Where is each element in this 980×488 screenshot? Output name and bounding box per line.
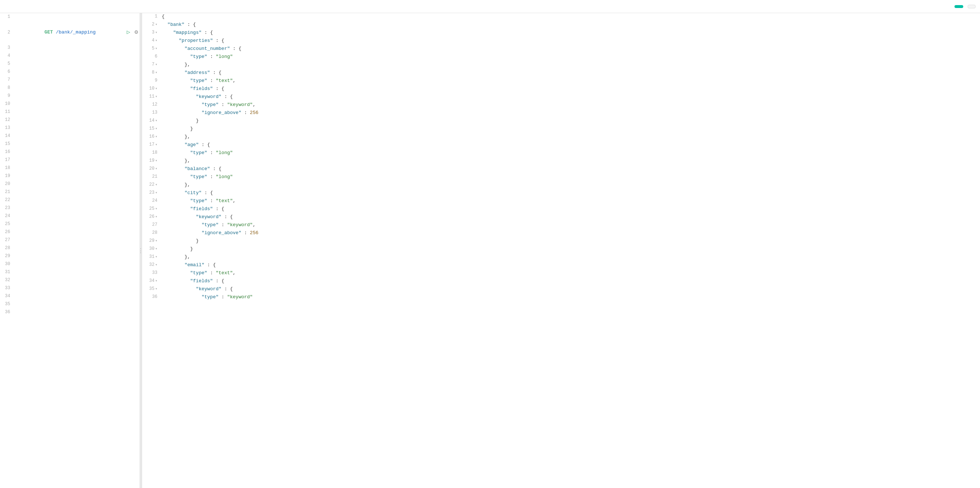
run-button[interactable]: ▷ — [125, 29, 132, 36]
fold-arrow-icon[interactable]: ▾ — [155, 94, 158, 100]
editor-line-12: 12 — [0, 116, 142, 124]
fold-arrow-icon[interactable]: ▾ — [155, 46, 158, 52]
editor-line-33: 33 — [0, 284, 142, 292]
response-line-number: 26▾ — [142, 213, 160, 220]
fold-arrow-icon[interactable]: ▾ — [155, 278, 158, 284]
response-line-content: }, — [160, 61, 980, 69]
response-line-number: 30▾ — [142, 245, 160, 253]
response-line-content: "type" : "keyword" — [160, 294, 980, 301]
response-line-content: "balance" : { — [160, 165, 980, 173]
editor-line-23: 23 — [0, 204, 142, 212]
editor-line-19: 19 — [0, 172, 142, 180]
editor-line-31: 31 — [0, 268, 142, 276]
editor-lines[interactable]: 1 2 GET /bank/_mapping ▷ ⚙ 3 4 5 6 7 8 9 — [0, 13, 142, 488]
response-line-number: 10▾ — [142, 85, 160, 92]
response-line-content: "keyword" : { — [160, 286, 980, 293]
response-line-number: 11▾ — [142, 93, 160, 100]
response-line-content: "type" : "text", — [160, 77, 980, 85]
fold-arrow-icon[interactable]: ▾ — [155, 206, 158, 212]
response-line-content: "keyword" : { — [160, 93, 980, 101]
fold-arrow-icon[interactable]: ▾ — [155, 286, 158, 292]
fold-arrow-icon[interactable]: ▾ — [155, 238, 158, 244]
response-line: 14▾ } — [142, 117, 980, 125]
response-line: 23▾ "city" : { — [142, 189, 980, 197]
editor-line-27: 27 — [0, 236, 142, 244]
editor-line-34: 34 — [0, 292, 142, 300]
fold-arrow-icon[interactable]: ▾ — [155, 262, 158, 268]
fold-arrow-icon[interactable]: ▾ — [155, 22, 158, 28]
editor-line-32: 32 — [0, 276, 142, 284]
editor-line-11: 11 — [0, 108, 142, 116]
fold-arrow-icon[interactable]: ▾ — [155, 38, 158, 44]
response-line-content: { — [160, 13, 980, 21]
response-line: 33 "type" : "text", — [142, 270, 980, 278]
response-line: 13 "ignore_above" : 256 — [142, 109, 980, 117]
line-number-1: 1 — [0, 13, 14, 21]
fold-arrow-icon[interactable]: ▾ — [155, 134, 158, 140]
response-line-content: }, — [160, 133, 980, 141]
response-line: 11▾ "keyword" : { — [142, 93, 980, 101]
panel-resizer[interactable]: ⋮ — [140, 13, 142, 488]
fold-arrow-icon[interactable]: ▾ — [155, 62, 158, 68]
fold-arrow-icon[interactable]: ▾ — [155, 118, 158, 124]
line-content-2[interactable]: GET /bank/_mapping — [14, 21, 125, 44]
response-line: 30▾ } — [142, 245, 980, 253]
editor-panel: 1 2 GET /bank/_mapping ▷ ⚙ 3 4 5 6 7 8 9 — [0, 13, 142, 488]
menu-settings[interactable] — [14, 5, 23, 8]
editor-line-18: 18 — [0, 164, 142, 172]
editor-line-25: 25 — [0, 220, 142, 228]
response-line: 21 "type" : "long" — [142, 173, 980, 181]
response-line-number: 15▾ — [142, 125, 160, 132]
response-line-number: 19▾ — [142, 157, 160, 164]
menu-help[interactable] — [25, 5, 33, 8]
fold-arrow-icon[interactable]: ▾ — [155, 126, 158, 132]
response-content[interactable]: 1{2▾ "bank" : {3▾ "mappings" : {4▾ "prop… — [142, 13, 980, 488]
response-line-number: 36 — [142, 294, 160, 300]
response-line-content: "ignore_above" : 256 — [160, 109, 980, 117]
menu-history[interactable] — [4, 5, 13, 8]
response-line-number: 7▾ — [142, 61, 160, 68]
fold-arrow-icon[interactable]: ▾ — [155, 254, 158, 260]
response-line: 8▾ "address" : { — [142, 69, 980, 77]
response-line-content: }, — [160, 157, 980, 165]
response-line-content: }, — [160, 253, 980, 261]
response-line: 27 "type" : "keyword", — [142, 221, 980, 229]
fold-arrow-icon[interactable]: ▾ — [155, 246, 158, 252]
fold-arrow-icon[interactable]: ▾ — [155, 182, 158, 188]
response-line: 17▾ "age" : { — [142, 141, 980, 149]
response-line-number: 31▾ — [142, 253, 160, 261]
fold-arrow-icon[interactable]: ▾ — [155, 158, 158, 164]
timing-badge — [967, 5, 976, 8]
editor-line-30: 30 — [0, 260, 142, 268]
response-line-number: 6 — [142, 53, 160, 60]
response-line: 19▾ }, — [142, 157, 980, 165]
response-line-number: 34▾ — [142, 278, 160, 285]
tools-button[interactable]: ⚙ — [133, 29, 140, 36]
response-line-content: "account_number" : { — [160, 45, 980, 53]
fold-arrow-icon[interactable]: ▾ — [155, 190, 158, 196]
fold-arrow-icon[interactable]: ▾ — [155, 30, 158, 36]
fold-arrow-icon[interactable]: ▾ — [155, 86, 158, 92]
response-line: 3▾ "mappings" : { — [142, 29, 980, 37]
editor-line-17: 17 — [0, 156, 142, 164]
main-content: 1 2 GET /bank/_mapping ▷ ⚙ 3 4 5 6 7 8 9 — [0, 13, 980, 488]
response-line-content: "fields" : { — [160, 85, 980, 93]
status-badge — [955, 5, 963, 8]
fold-arrow-icon[interactable]: ▾ — [155, 214, 158, 220]
editor-line-36: 36 — [0, 308, 142, 316]
response-line: 28 "ignore_above" : 256 — [142, 229, 980, 237]
response-line: 29▾ } — [142, 237, 980, 245]
response-line-content: } — [160, 245, 980, 253]
editor-line-16: 16 — [0, 148, 142, 156]
fold-arrow-icon[interactable]: ▾ — [155, 70, 158, 76]
response-line-number: 3▾ — [142, 29, 160, 36]
response-line: 16▾ }, — [142, 133, 980, 141]
response-line-number: 5▾ — [142, 45, 160, 52]
response-line-number: 27 — [142, 221, 160, 228]
response-line-number: 14▾ — [142, 117, 160, 124]
editor-line-26: 26 — [0, 228, 142, 236]
fold-arrow-icon[interactable]: ▾ — [155, 166, 158, 172]
response-line-content: "type" : "long" — [160, 173, 980, 181]
response-line: 1{ — [142, 13, 980, 21]
fold-arrow-icon[interactable]: ▾ — [155, 142, 158, 148]
